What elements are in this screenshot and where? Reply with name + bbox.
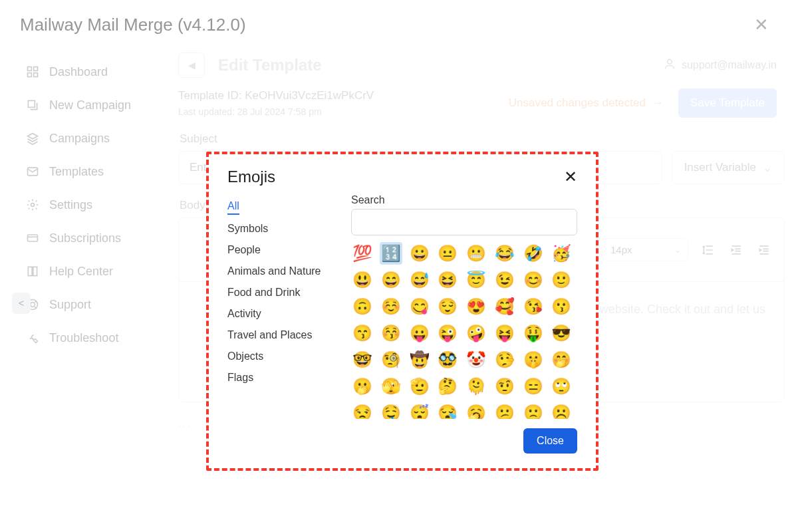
emoji-item[interactable]: 😜 — [436, 322, 459, 344]
emoji-item[interactable]: 🤔 — [436, 375, 459, 398]
emoji-item[interactable]: 💯 — [351, 242, 374, 265]
emoji-item[interactable]: 🤓 — [351, 348, 374, 371]
emoji-item[interactable]: 😴 — [408, 402, 431, 419]
emoji-item[interactable]: 🤑 — [522, 322, 545, 344]
emoji-item[interactable]: 🤨 — [493, 375, 516, 398]
emoji-item[interactable]: 🫡 — [408, 375, 431, 398]
emoji-item[interactable]: 😌 — [436, 295, 459, 318]
emoji-item[interactable]: 🤭 — [550, 348, 573, 371]
emoji-search-input[interactable] — [351, 209, 577, 235]
emoji-item[interactable]: 😙 — [351, 322, 374, 344]
dialog-title: Emojis — [227, 168, 275, 186]
emoji-item[interactable]: 😍 — [465, 295, 487, 318]
emoji-item[interactable]: 🤫 — [522, 348, 545, 371]
emoji-category-animals-and-nature[interactable]: Animals and Nature — [227, 261, 334, 282]
emoji-item[interactable]: 😝 — [493, 322, 516, 344]
dialog-close-button[interactable]: Close — [523, 428, 577, 454]
emoji-grid: 💯🔢😀😐😬😂🤣🥳😃😄😅😆😇😉😊🙂🙃☺️😋😌😍🥰😘😗😙😚😛😜🤪😝🤑😎🤓🧐🤠🥸🤡🤥🤫… — [351, 242, 577, 419]
emoji-item[interactable]: 😎 — [550, 322, 573, 344]
emoji-dialog: Emojis ✕ AllSymbolsPeopleAnimals and Nat… — [206, 152, 598, 471]
emoji-item[interactable]: 😇 — [465, 269, 487, 291]
emoji-item[interactable]: 😛 — [408, 322, 431, 344]
emoji-item[interactable]: 😋 — [408, 295, 431, 318]
emoji-category-food-and-drink[interactable]: Food and Drink — [227, 282, 334, 303]
emoji-item[interactable]: 😀 — [408, 242, 431, 265]
emoji-item[interactable]: 😬 — [465, 242, 487, 265]
emoji-category-list: AllSymbolsPeopleAnimals and NatureFood a… — [227, 194, 334, 419]
emoji-item[interactable]: 🤪 — [465, 322, 487, 344]
emoji-item[interactable]: 😕 — [493, 402, 516, 419]
emoji-category-travel-and-places[interactable]: Travel and Places — [227, 325, 334, 346]
emoji-item[interactable]: 🥸 — [436, 348, 459, 371]
emoji-item[interactable]: 🧐 — [380, 348, 402, 371]
emoji-item[interactable]: 😅 — [408, 269, 431, 291]
emoji-item[interactable]: 🙃 — [351, 295, 374, 318]
emoji-item[interactable]: 🙄 — [550, 375, 573, 398]
emoji-item[interactable]: 😆 — [436, 269, 459, 291]
emoji-category-activity[interactable]: Activity — [227, 303, 334, 325]
emoji-item[interactable]: 😂 — [493, 242, 516, 265]
emoji-item[interactable]: ☹️ — [550, 402, 573, 419]
dialog-close-x[interactable]: ✕ — [564, 168, 577, 186]
emoji-item[interactable]: 🥳 — [550, 242, 573, 265]
emoji-item[interactable]: 🔢 — [380, 242, 402, 265]
emoji-item[interactable]: 😪 — [436, 402, 459, 419]
emoji-item[interactable]: 🫠 — [465, 375, 487, 398]
emoji-category-all[interactable]: All — [227, 196, 239, 215]
emoji-item[interactable]: 😄 — [380, 269, 402, 291]
emoji-item[interactable]: 🥱 — [465, 402, 487, 419]
emoji-item[interactable]: 🤠 — [408, 348, 431, 371]
emoji-item[interactable]: 🤤 — [380, 402, 402, 419]
emoji-item[interactable]: ☺️ — [380, 295, 402, 318]
emoji-item[interactable]: 🫢 — [351, 375, 374, 398]
emoji-item[interactable]: 😚 — [380, 322, 402, 344]
emoji-item[interactable]: 😗 — [550, 295, 573, 318]
emoji-category-people[interactable]: People — [227, 239, 334, 261]
emoji-item[interactable]: 😑 — [522, 375, 545, 398]
emoji-item[interactable]: 🤣 — [522, 242, 545, 265]
emoji-item[interactable]: 😘 — [522, 295, 545, 318]
emoji-item[interactable]: 🥰 — [493, 295, 516, 318]
emoji-item[interactable]: 😐 — [436, 242, 459, 265]
emoji-item[interactable]: 😊 — [522, 269, 545, 291]
emoji-category-flags[interactable]: Flags — [227, 367, 334, 388]
emoji-item[interactable]: 🤥 — [493, 348, 516, 371]
emoji-item[interactable]: 😉 — [493, 269, 516, 291]
emoji-item[interactable]: 🙁 — [522, 402, 545, 419]
emoji-item[interactable]: 😒 — [351, 402, 374, 419]
emoji-item[interactable]: 🤡 — [465, 348, 487, 371]
emoji-item[interactable]: 🙂 — [550, 269, 573, 291]
search-label: Search — [351, 194, 577, 206]
emoji-item[interactable]: 🫣 — [380, 375, 402, 398]
emoji-item[interactable]: 😃 — [351, 269, 374, 291]
emoji-category-symbols[interactable]: Symbols — [227, 218, 334, 239]
emoji-category-objects[interactable]: Objects — [227, 346, 334, 367]
